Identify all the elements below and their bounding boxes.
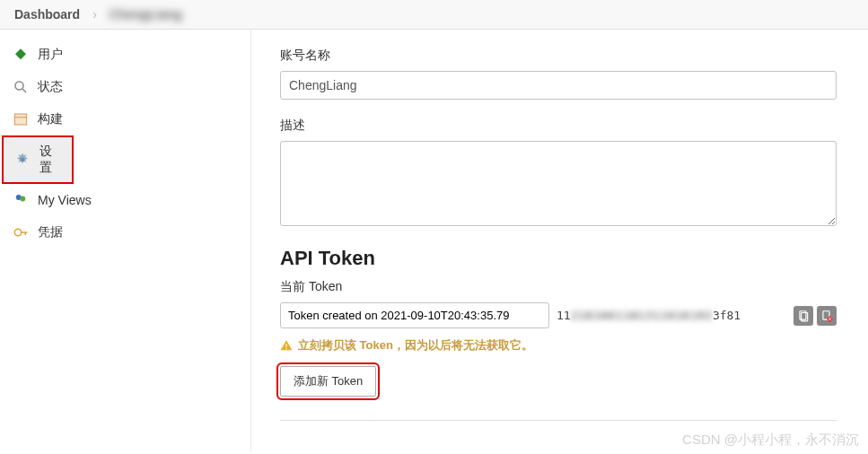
credentials-icon (13, 224, 29, 240)
views-icon (13, 192, 29, 208)
svg-point-0 (15, 82, 23, 90)
sidebar: 用户 状态 构建 设置 My Views (0, 30, 251, 451)
sidebar-item-label: 凭据 (38, 224, 63, 240)
api-token-title: API Token (280, 247, 859, 270)
token-row: 1121816611813116161023f81 (280, 302, 837, 328)
breadcrumb-separator: › (92, 7, 97, 22)
token-value: 1121816611813116161023f81 (557, 309, 786, 322)
sidebar-item-label: 设置 (39, 144, 61, 176)
account-name-input[interactable] (280, 71, 837, 100)
add-token-button[interactable]: 添加新 Token (280, 366, 376, 397)
breadcrumb-root[interactable]: Dashboard (14, 7, 80, 22)
breadcrumb: Dashboard › ChengLiang (0, 0, 868, 30)
svg-line-1 (22, 89, 26, 92)
sidebar-item-users[interactable]: 用户 (0, 39, 250, 71)
svg-rect-2 (14, 114, 27, 125)
sidebar-item-credentials[interactable]: 凭据 (0, 216, 250, 249)
sidebar-item-status[interactable]: 状态 (0, 71, 250, 103)
gear-icon (14, 152, 31, 168)
svg-rect-17 (285, 348, 286, 349)
sidebar-item-label: 构建 (38, 111, 63, 127)
build-icon (13, 111, 29, 127)
delete-token-button[interactable] (817, 306, 837, 326)
sidebar-item-settings[interactable]: 设置 (2, 135, 74, 184)
sidebar-item-myviews[interactable]: My Views (0, 184, 250, 216)
svg-point-7 (14, 229, 22, 236)
description-label: 描述 (280, 118, 859, 134)
description-textarea[interactable] (280, 141, 837, 226)
users-icon (13, 47, 29, 63)
account-name-label: 账号名称 (280, 48, 859, 64)
warning-icon (280, 339, 293, 352)
current-token-label: 当前 Token (280, 279, 859, 295)
svg-rect-16 (285, 344, 286, 347)
svg-point-6 (20, 196, 25, 202)
search-icon (13, 79, 29, 95)
sidebar-item-label: 用户 (38, 47, 63, 63)
token-warning: 立刻拷贝该 Token，因为以后将无法获取它。 (280, 337, 859, 354)
token-created-input[interactable] (280, 302, 549, 328)
warning-text: 立刻拷贝该 Token，因为以后将无法获取它。 (298, 337, 533, 354)
sidebar-item-build[interactable]: 构建 (0, 103, 250, 135)
community-title: Chinese Community (280, 450, 837, 451)
sidebar-item-label: My Views (38, 193, 92, 207)
sidebar-item-label: 状态 (38, 79, 63, 95)
breadcrumb-current[interactable]: ChengLiang (110, 7, 182, 22)
copy-token-button[interactable] (793, 306, 813, 326)
main-content: 账号名称 描述 API Token 当前 Token 1121816611813… (251, 30, 868, 451)
